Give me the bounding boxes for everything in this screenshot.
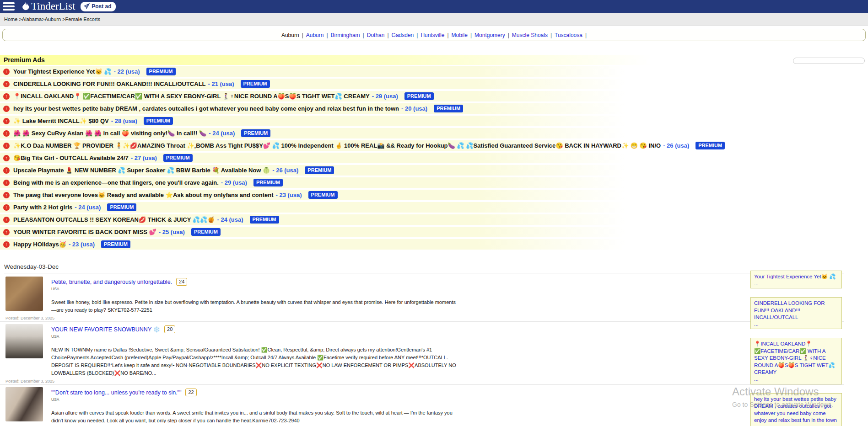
city-separator: | bbox=[550, 32, 552, 38]
top-bar: TinderList Post ad bbox=[0, 0, 868, 13]
premium-ad-title[interactable]: Happy HOlidays🥳 bbox=[13, 241, 66, 248]
premium-ad-age: - 28 (usa) bbox=[111, 117, 137, 124]
brand-logo[interactable]: TinderList bbox=[21, 0, 75, 12]
premium-ad-row: ↑ ✨ Lake Merritt INCALL✨ $80 QV - 28 (us… bbox=[0, 116, 868, 126]
city-separator: | bbox=[387, 32, 388, 38]
premium-ad-age: - 24 (usa) bbox=[209, 130, 235, 137]
listing-posted-date: Posted: December 3, 2025 bbox=[5, 379, 844, 383]
boost-arrow-icon: ↑ bbox=[3, 167, 10, 174]
premium-ad-title[interactable]: ✨ Lake Merritt INCALL✨ $80 QV bbox=[13, 117, 109, 124]
listing-thumbnail[interactable] bbox=[5, 324, 43, 358]
city-link[interactable]: Huntsville bbox=[421, 32, 444, 38]
sidebar-ad-box[interactable]: 📍INCALL OAKLAND📍 ✅FACETIME/CAR✅ WITH A S… bbox=[750, 338, 842, 384]
sidebar-ellipsis: ... bbox=[754, 321, 838, 327]
premium-ad-title[interactable]: 😘Big Tits Girl - OUTCALL Available 24/7 bbox=[13, 154, 129, 161]
premium-ad-title[interactable]: hey its your best wettes petite baby DRE… bbox=[13, 105, 399, 112]
listing-age-badge: 20 bbox=[164, 325, 175, 333]
listings-list: Petite, brunette, and dangerously unforg… bbox=[0, 277, 844, 426]
boost-arrow-icon: ↑ bbox=[3, 204, 10, 211]
sidebar-ellipsis: ... bbox=[754, 376, 838, 382]
premium-ad-title[interactable]: ✨K.O Daa NUMBER 🏆 PROVIDER 🧍✨💋AMAZING Th… bbox=[13, 142, 661, 149]
city-link[interactable]: Birmingham bbox=[331, 32, 360, 38]
boost-arrow-icon: ↑ bbox=[3, 217, 10, 223]
listing-title[interactable]: ""Don't stare too long... unless you're … bbox=[51, 389, 181, 396]
sidebar-ad-link[interactable]: hey its your best wettes petite baby DRE… bbox=[754, 396, 838, 424]
sidebar-ellipsis: ... bbox=[754, 281, 838, 287]
premium-ad-title[interactable]: 🌺 🌺 Sexy CuRvy Asian 🌺 🌺 in call 🍑 visit… bbox=[13, 130, 206, 137]
city-link[interactable]: Muscle Shoals bbox=[512, 32, 548, 38]
boost-arrow-icon: ↑ bbox=[3, 143, 10, 149]
premium-ad-age: - 24 (usa) bbox=[75, 204, 101, 211]
premium-ad-row: ↑ The pawg that everyone loves🐱 Ready an… bbox=[0, 190, 868, 200]
city-link[interactable]: Tuscaloosa bbox=[555, 32, 582, 38]
listing-description: Sweet like honey, bold like espresso. Pe… bbox=[51, 298, 456, 314]
listing-row: ""Don't stare too long... unless you're … bbox=[0, 387, 844, 426]
premium-ad-age: - 23 (usa) bbox=[69, 241, 95, 248]
listing-thumbnail[interactable] bbox=[5, 387, 43, 421]
premium-ad-age: - 20 (usa) bbox=[401, 105, 427, 112]
premium-ad-title[interactable]: Party with 2 Hot girls bbox=[13, 204, 72, 211]
sidebar-ad-link[interactable]: 📍INCALL OAKLAND📍 ✅FACETIME/CAR✅ WITH A S… bbox=[754, 341, 838, 376]
premium-ad-title[interactable]: 📍INCALL OAKLAND📍 ✅FACETIME/CAR✅ WITH A S… bbox=[13, 93, 370, 100]
premium-ad-row: ↑ 🌺 🌺 Sexy CuRvy Asian 🌺 🌺 in call 🍑 vis… bbox=[0, 128, 868, 138]
listing-content: Petite, brunette, and dangerously unforg… bbox=[51, 277, 844, 314]
flame-icon bbox=[21, 1, 30, 11]
premium-ad-title[interactable]: CINDERELLA LOOKING FOR FUN!!! OAKLAND!!!… bbox=[13, 80, 206, 87]
boost-arrow-icon: ↑ bbox=[3, 81, 10, 87]
listing-country: USA bbox=[51, 287, 844, 291]
listing-country: USA bbox=[51, 397, 844, 402]
boost-arrow-icon: ↑ bbox=[3, 180, 10, 186]
listing-thumbnail[interactable] bbox=[5, 277, 43, 311]
premium-ad-row: ↑ Being with me is an experience—one tha… bbox=[0, 177, 868, 188]
premium-ad-age: - 22 (usa) bbox=[114, 68, 140, 75]
sidebar-ad-link[interactable]: CINDERELLA LOOKING FOR FUN!!! OAKLAND!!!… bbox=[754, 300, 838, 321]
premium-ad-title[interactable]: The pawg that everyone loves🐱 Ready and … bbox=[13, 192, 273, 198]
breadcrumb-text: Home >Alabama>Auburn >Female Escorts bbox=[4, 16, 100, 22]
premium-ad-age: - 23 (usa) bbox=[275, 192, 302, 198]
boost-arrow-icon: ↑ bbox=[3, 229, 10, 235]
premium-badge: PREMIUM bbox=[434, 105, 463, 112]
city-separator: | bbox=[302, 32, 303, 38]
listing-title[interactable]: YOUR NEW FAVORITE SNOWBUNNY ❄️ bbox=[51, 326, 160, 333]
listing-description: NEW IN TOWNMy name is Dallas !Seductive,… bbox=[51, 346, 456, 377]
premium-ad-title[interactable]: YOUR WINTER FAVORITE IS BACK DONT MISS 💕 bbox=[13, 229, 156, 235]
premium-ad-title[interactable]: PLEASANTON OUTCALLS !! SEXY KOREAN💋 THIC… bbox=[13, 216, 215, 223]
premium-ad-age: - 24 (usa) bbox=[217, 216, 243, 223]
city-separator: | bbox=[470, 32, 472, 38]
premium-ad-title[interactable]: Being with me is an experience—one that … bbox=[13, 179, 219, 186]
listing-content: ""Don't stare too long... unless you're … bbox=[51, 387, 844, 425]
sidebar-ad-box[interactable]: Your Tightest Experience Yet🐱 💦 ... bbox=[750, 271, 842, 288]
premium-sidebar: Your Tightest Experience Yet🐱 💦 ... CIND… bbox=[750, 271, 842, 426]
city-link[interactable]: Gadsden bbox=[392, 32, 414, 38]
city-separator: | bbox=[508, 32, 509, 38]
post-ad-button[interactable]: Post ad bbox=[81, 2, 115, 11]
premium-badge: PREMIUM bbox=[241, 129, 270, 137]
premium-ad-age: - 26 (usa) bbox=[272, 167, 298, 174]
boost-arrow-icon: ↑ bbox=[3, 69, 10, 75]
sidebar-ellipsis: ... bbox=[754, 424, 838, 426]
sidebar-ad-box[interactable]: hey its your best wettes petite baby DRE… bbox=[750, 393, 842, 426]
premium-ad-age: - 26 (usa) bbox=[663, 142, 689, 149]
menu-icon[interactable] bbox=[3, 2, 15, 11]
premium-badge: PREMIUM bbox=[695, 142, 725, 149]
city-link[interactable]: Mobile bbox=[452, 32, 468, 38]
premium-badge: PREMIUM bbox=[163, 154, 193, 162]
listing-posted-date: Posted: December 3, 2025 bbox=[5, 316, 844, 320]
city-link[interactable]: Montgomery bbox=[474, 32, 505, 38]
premium-ad-age: - 29 (usa) bbox=[372, 93, 398, 100]
city-link[interactable]: Auburn bbox=[306, 32, 324, 38]
listing-title[interactable]: Petite, brunette, and dangerously unforg… bbox=[51, 279, 172, 285]
sidebar-ad-link[interactable]: Your Tightest Experience Yet🐱 💦 bbox=[754, 273, 838, 281]
sidebar-ad-box[interactable]: CINDERELLA LOOKING FOR FUN!!! OAKLAND!!!… bbox=[750, 297, 842, 329]
listing-country: USA bbox=[51, 334, 844, 339]
premium-badge: PREMIUM bbox=[144, 117, 173, 125]
premium-ad-title[interactable]: Upscale Playmate 💄 NEW NUMBER 💦 Super So… bbox=[13, 167, 270, 174]
premium-ad-age: - 29 (usa) bbox=[221, 179, 247, 186]
premium-ad-title[interactable]: Your Tightest Experience Yet🐱 💦 bbox=[13, 68, 112, 75]
premium-ad-row: ↑ Party with 2 Hot girls - 24 (usa) PREM… bbox=[0, 202, 868, 213]
city-separator: | bbox=[447, 32, 448, 38]
horizontal-scrollbar[interactable] bbox=[793, 58, 865, 64]
city-link[interactable]: Dothan bbox=[367, 32, 385, 38]
premium-badge: PREMIUM bbox=[101, 240, 130, 248]
breadcrumb[interactable]: Home >Alabama>Auburn >Female Escorts bbox=[0, 13, 868, 26]
